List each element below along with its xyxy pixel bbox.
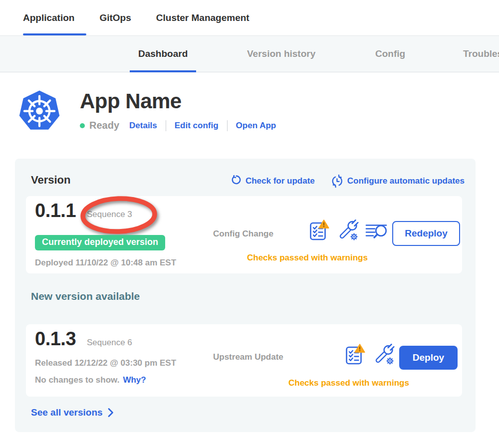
preflight-checklist-warning-icon[interactable]	[309, 219, 330, 242]
deploy-button[interactable]: Deploy	[399, 346, 458, 370]
new-version-card: 0.1.3 Sequence 6 Released 12/12/22 @ 03:…	[26, 324, 462, 397]
details-link[interactable]: Details	[129, 121, 157, 131]
new-sequence-label: Sequence 6	[87, 338, 132, 348]
config-wrench-icon[interactable]	[337, 220, 359, 241]
configure-automatic-updates-link[interactable]: Configure automatic updates	[332, 175, 465, 188]
version-panel: Version Check for update Configure autom…	[15, 159, 476, 432]
diff-files-icon[interactable]	[365, 221, 387, 240]
new-checks-warning: Checks passed with warnings	[288, 378, 409, 388]
divider	[166, 120, 166, 131]
released-timestamp: Released 12/12/22 @ 03:30 pm EST	[35, 358, 176, 368]
nav-item-application[interactable]: Application	[23, 0, 74, 35]
redeploy-button[interactable]: Redeploy	[392, 221, 460, 246]
auto-update-icon	[332, 175, 343, 188]
tab-config[interactable]: Config	[375, 36, 405, 72]
refresh-icon	[231, 175, 241, 187]
deployed-timestamp: Deployed 11/10/22 @ 10:48 am EST	[35, 258, 176, 268]
app-tabs: Dashboard Version history Config Trouble…	[0, 36, 499, 72]
status-dot-icon	[80, 123, 85, 128]
tab-troubleshoot[interactable]: Troubleshoot	[463, 36, 499, 72]
config-wrench-icon[interactable]	[373, 344, 395, 366]
divider	[227, 120, 228, 131]
current-source-label: Config Change	[213, 229, 273, 239]
edit-config-link[interactable]: Edit config	[175, 121, 219, 131]
nav-item-cluster-management[interactable]: Cluster Management	[156, 0, 250, 35]
nav-item-gitops[interactable]: GitOps	[99, 0, 131, 35]
current-checks-warning: Checks passed with warnings	[247, 253, 368, 263]
open-app-link[interactable]: Open App	[236, 121, 276, 131]
current-version-number: 0.1.1	[35, 200, 76, 222]
new-source-label: Upstream Update	[213, 352, 283, 362]
new-version-available-heading: New version available	[31, 290, 140, 302]
see-all-versions-link[interactable]: See all versions	[31, 407, 114, 418]
primary-nav: Application GitOps Cluster Management	[0, 0, 499, 36]
currently-deployed-badge: Currently deployed version	[35, 235, 165, 250]
check-for-update-label: Check for update	[246, 176, 315, 186]
version-panel-title: Version	[31, 174, 70, 187]
status-badge: Ready	[89, 120, 119, 131]
current-version-card: 0.1.1 Sequence 3 Currently deployed vers…	[26, 196, 462, 273]
tab-dashboard[interactable]: Dashboard	[130, 36, 196, 72]
no-changes-text: No changes to show.	[35, 375, 119, 385]
kubernetes-logo-icon	[18, 89, 61, 132]
page-title: App Name	[80, 90, 276, 113]
preflight-checklist-warning-icon[interactable]	[345, 343, 366, 366]
app-header: App Name Ready Details Edit config Open …	[18, 89, 276, 132]
configure-automatic-updates-label: Configure automatic updates	[347, 176, 465, 186]
tab-version-history[interactable]: Version history	[247, 36, 315, 72]
check-for-update-link[interactable]: Check for update	[231, 175, 315, 188]
new-version-number: 0.1.3	[35, 328, 76, 350]
why-link[interactable]: Why?	[123, 375, 146, 385]
current-sequence-label: Sequence 3	[87, 210, 132, 220]
see-all-versions-label: See all versions	[31, 407, 103, 418]
chevron-right-icon	[108, 408, 114, 418]
